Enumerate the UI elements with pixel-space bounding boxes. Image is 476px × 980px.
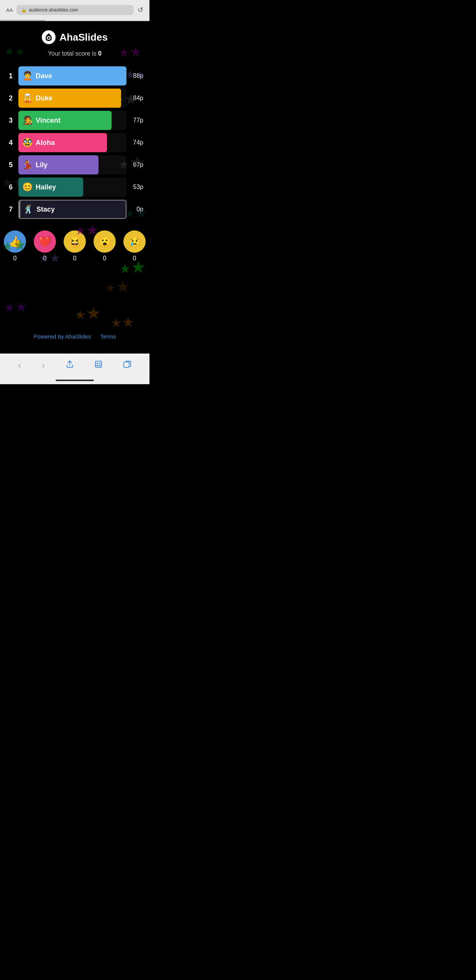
bookmarks-button[interactable]	[94, 360, 103, 371]
svg-rect-4	[124, 362, 129, 367]
reactions-area: 👍0❤️0😆0😮0😢0	[6, 230, 143, 262]
url-bar[interactable]: 🔒 audience.ahaslides.com	[16, 5, 134, 15]
reaction-count: 0	[13, 255, 17, 262]
reaction-count: 0	[133, 255, 136, 262]
leaderboard: 1🧑‍🦱Dave88p2🧝Duke84p3🧑‍🎤Vincent77p4🥸Aloh…	[6, 66, 143, 219]
table-row: 2🧝Duke84p	[6, 89, 143, 108]
player-name: Dave	[36, 72, 52, 80]
table-row: 1🧑‍🦱Dave88p	[6, 66, 143, 86]
player-name: Duke	[36, 94, 53, 102]
reaction-item[interactable]: 😆0	[64, 230, 86, 262]
player-emoji: 😊	[22, 182, 33, 192]
tabs-button[interactable]	[123, 360, 131, 371]
player-emoji: 🧑‍🎤	[22, 115, 33, 125]
score-points: 67p	[130, 161, 143, 168]
player-name: Stacy	[36, 206, 55, 214]
reaction-count: 0	[73, 255, 77, 262]
footer-links: Powered by AhaSlides Terms	[6, 327, 143, 346]
reaction-item[interactable]: 😮0	[94, 230, 116, 262]
score-points: 88p	[130, 72, 143, 79]
player-emoji: 🧑‍🦱	[22, 71, 33, 81]
back-button[interactable]: ‹	[18, 359, 21, 371]
powered-by-link[interactable]: Powered by AhaSlides	[34, 333, 91, 340]
svg-point-2	[48, 37, 50, 39]
reaction-bubble[interactable]: 👍	[4, 230, 26, 253]
reaction-bubble[interactable]: ❤️	[34, 230, 56, 253]
score-points: 53p	[130, 184, 143, 191]
player-emoji: 🥸	[22, 138, 33, 148]
reaction-bubble[interactable]: 😮	[94, 230, 116, 253]
reaction-bubble[interactable]: 😆	[64, 230, 86, 253]
reaction-bubble[interactable]: 😢	[123, 230, 146, 253]
browser-toolbar: ‹ ›	[0, 354, 149, 377]
logo-area: AhaSlides	[6, 30, 143, 44]
rank-number: 2	[6, 94, 15, 102]
url-text: audience.ahaslides.com	[29, 7, 78, 13]
rank-number: 6	[6, 183, 15, 191]
svg-rect-3	[95, 361, 102, 367]
main-content: ★ ★ ★ ★ ★ ★ ★ ★ ★ ★ ★ ★ ★ ★ ★ AhaSlides …	[0, 21, 149, 354]
player-name: Lily	[36, 161, 48, 169]
rank-number: 7	[6, 206, 15, 214]
reaction-count: 0	[43, 255, 47, 262]
rank-number: 1	[6, 72, 15, 80]
player-name: Hailey	[36, 183, 56, 191]
share-button[interactable]	[66, 360, 74, 371]
logo-text: AhaSlides	[59, 31, 108, 43]
home-indicator	[0, 377, 149, 384]
lock-icon: 🔒	[21, 7, 27, 13]
reload-icon[interactable]: ↺	[138, 6, 143, 14]
ahaslides-logo-icon	[42, 30, 56, 44]
player-emoji: 🧝	[22, 93, 33, 103]
rank-number: 3	[6, 117, 15, 125]
score-points: 0p	[130, 206, 143, 213]
browser-chrome: AA 🔒 audience.ahaslides.com ↺	[0, 0, 149, 20]
player-emoji: 💃	[22, 160, 33, 170]
rank-number: 4	[6, 139, 15, 147]
font-size-control[interactable]: AA	[6, 7, 13, 13]
player-name: Vincent	[36, 117, 61, 125]
reaction-count: 0	[103, 255, 107, 262]
home-indicator-bar	[56, 380, 94, 381]
terms-link[interactable]: Terms	[100, 333, 116, 340]
table-row: 6😊Hailey53p	[6, 178, 143, 197]
score-subtitle: Your total score is 0	[6, 50, 143, 57]
table-row: 4🥸Aloha74p	[6, 133, 143, 152]
rank-number: 5	[6, 161, 15, 169]
score-points: 74p	[130, 139, 143, 146]
reaction-item[interactable]: 👍0	[4, 230, 26, 262]
score-points: 77p	[130, 117, 143, 124]
player-emoji: 🕺	[23, 204, 33, 214]
table-row: 3🧑‍🎤Vincent77p	[6, 111, 143, 130]
score-value: 0	[98, 50, 102, 57]
score-points: 84p	[130, 95, 143, 102]
table-row: 5💃Lily67p	[6, 155, 143, 174]
reaction-item[interactable]: ❤️0	[34, 230, 56, 262]
table-row: 7🕺Stacy0p	[6, 200, 143, 219]
score-prefix: Your total score is	[48, 50, 98, 57]
forward-button[interactable]: ›	[42, 359, 45, 371]
reaction-item[interactable]: 😢0	[123, 230, 146, 262]
player-name: Aloha	[36, 139, 55, 147]
